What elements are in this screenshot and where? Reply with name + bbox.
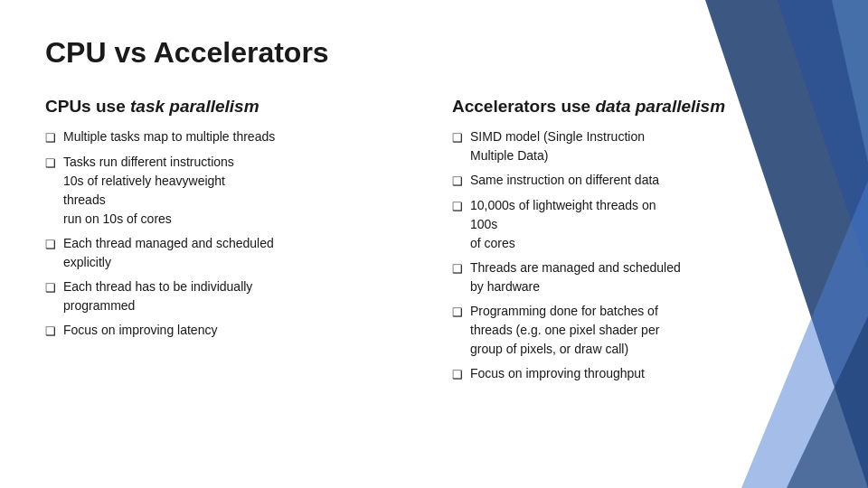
left-title-italic: task parallelism	[130, 97, 259, 116]
slide-content: CPU vs Accelerators CPUs use task parall…	[45, 36, 823, 389]
right-title-plain: Accelerators use	[452, 97, 595, 116]
bullet-text: Same instruction on different data	[470, 171, 823, 190]
content-area: CPUs use task parallelism ❑ Multiple tas…	[45, 97, 823, 389]
slide: CPU vs Accelerators CPUs use task parall…	[0, 0, 868, 488]
list-item: ❑ Each thread managed and scheduledexpli…	[45, 234, 416, 272]
bullet-icon: ❑	[45, 129, 56, 147]
bullet-text: Threads are managed and scheduledby hard…	[470, 258, 823, 296]
bullet-text: Tasks run different instructions10s of r…	[63, 153, 416, 229]
bullet-icon: ❑	[452, 260, 463, 278]
left-column: CPUs use task parallelism ❑ Multiple tas…	[45, 97, 416, 389]
bullet-icon: ❑	[45, 279, 56, 297]
right-column-title: Accelerators use data parallelism	[452, 97, 823, 117]
bullet-icon: ❑	[452, 129, 463, 147]
bullet-icon: ❑	[45, 323, 56, 341]
left-title-plain: CPUs use	[45, 97, 130, 116]
bullet-text: Focus on improving throughput	[470, 364, 823, 383]
bullet-text: 10,000s of lightweight threads on100sof …	[470, 196, 823, 253]
bullet-text: Each thread has to be individuallyprogra…	[63, 277, 416, 315]
slide-title: CPU vs Accelerators	[45, 36, 823, 70]
list-item: ❑ Programming done for batches ofthreads…	[452, 302, 823, 359]
right-title-italic: data parallelism	[595, 97, 725, 116]
list-item: ❑ Focus on improving latency	[45, 321, 416, 341]
list-item: ❑ Each thread has to be individuallyprog…	[45, 277, 416, 315]
bullet-icon: ❑	[45, 236, 56, 254]
list-item: ❑ Threads are managed and scheduledby ha…	[452, 258, 823, 296]
bullet-text: SIMD model (Single InstructionMultiple D…	[470, 127, 823, 165]
bullet-text: Programming done for batches ofthreads (…	[470, 302, 823, 359]
right-bullet-list: ❑ SIMD model (Single InstructionMultiple…	[452, 127, 823, 383]
bullet-text: Each thread managed and scheduledexplici…	[63, 234, 416, 272]
list-item: ❑ Tasks run different instructions10s of…	[45, 153, 416, 229]
bullet-icon: ❑	[452, 366, 463, 384]
list-item: ❑ Same instruction on different data	[452, 171, 823, 191]
list-item: ❑ SIMD model (Single InstructionMultiple…	[452, 127, 823, 165]
bullet-icon: ❑	[452, 173, 463, 191]
bullet-icon: ❑	[45, 155, 56, 173]
left-column-title: CPUs use task parallelism	[45, 97, 416, 117]
bullet-text: Multiple tasks map to multiple threads	[63, 127, 416, 146]
list-item: ❑ Focus on improving throughput	[452, 364, 823, 384]
right-column: Accelerators use data parallelism ❑ SIMD…	[452, 97, 823, 389]
list-item: ❑ Multiple tasks map to multiple threads	[45, 127, 416, 147]
bullet-icon: ❑	[452, 198, 463, 216]
bullet-text: Focus on improving latency	[63, 321, 416, 340]
left-bullet-list: ❑ Multiple tasks map to multiple threads…	[45, 127, 416, 340]
list-item: ❑ 10,000s of lightweight threads on100so…	[452, 196, 823, 253]
bullet-icon: ❑	[452, 304, 463, 322]
